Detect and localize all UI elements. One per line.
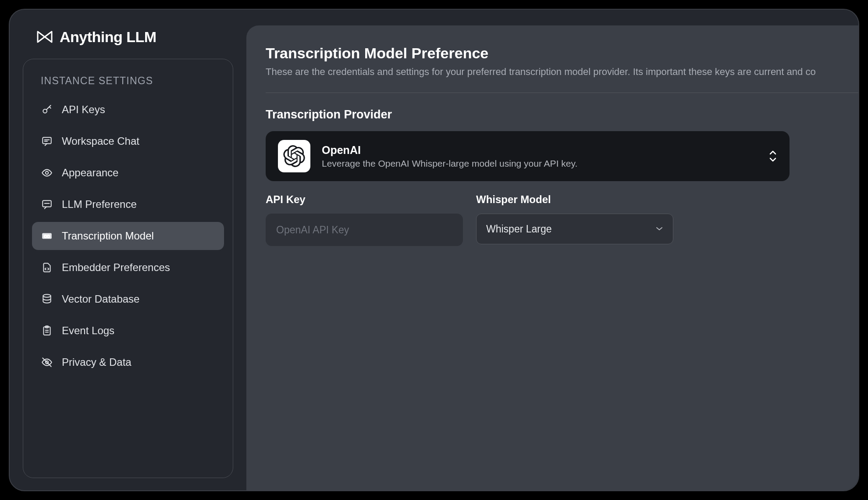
message-icon (41, 198, 53, 211)
chat-icon (41, 135, 53, 147)
chevron-down-icon (655, 225, 663, 233)
app-window: Anything LLM INSTANCE SETTINGS API Keys … (9, 9, 859, 491)
sidebar-item-label: Event Logs (62, 325, 114, 337)
svg-point-6 (43, 294, 50, 297)
sidebar-item-label: Transcription Model (62, 230, 154, 242)
provider-description: Leverage the OpenAI Whisper-large model … (322, 158, 757, 169)
database-icon (41, 293, 53, 305)
sidebar-item-label: Privacy & Data (62, 356, 132, 368)
api-key-input[interactable] (266, 214, 463, 246)
sidebar-item-label: Workspace Chat (62, 135, 139, 147)
sidebar-item-vector-database[interactable]: Vector Database (32, 285, 224, 313)
sidebar-item-llm-preference[interactable]: LLM Preference (32, 190, 224, 218)
main-content: Transcription Model Preference These are… (246, 25, 858, 490)
sidebar-item-workspace-chat[interactable]: Workspace Chat (32, 127, 224, 155)
sidebar-item-label: API Keys (62, 104, 105, 116)
sidebar-item-api-keys[interactable]: API Keys (32, 96, 224, 124)
brand-name: Anything LLM (60, 29, 157, 46)
file-code-icon (41, 261, 53, 274)
key-icon (41, 104, 53, 116)
provider-name: OpenAI (322, 144, 757, 157)
provider-selector[interactable]: OpenAI Leverage the OpenAI Whisper-large… (266, 131, 790, 181)
svg-rect-1 (43, 137, 51, 143)
brand-logo-icon (36, 28, 53, 46)
provider-text: OpenAI Leverage the OpenAI Whisper-large… (322, 144, 757, 169)
sidebar-item-embedder-preferences[interactable]: Embedder Preferences (32, 254, 224, 282)
sidebar-panel: INSTANCE SETTINGS API Keys Workspace Cha… (23, 59, 233, 478)
sidebar-item-label: Embedder Preferences (62, 261, 170, 274)
eye-icon (41, 167, 53, 179)
clipboard-icon (41, 325, 53, 337)
provider-section-title: Transcription Provider (266, 108, 858, 121)
sidebar: Anything LLM INSTANCE SETTINGS API Keys … (10, 10, 246, 490)
openai-logo-icon (278, 140, 310, 172)
whisper-model-field-group: Whisper Model Whisper Large (476, 193, 673, 246)
brand: Anything LLM (23, 22, 233, 59)
page-title: Transcription Model Preference (266, 45, 858, 62)
sidebar-section-header: INSTANCE SETTINGS (32, 71, 224, 96)
divider (266, 93, 858, 93)
cc-icon: CC (41, 230, 53, 242)
eye-off-icon (41, 356, 53, 368)
page-subtitle: These are the credentials and settings f… (266, 66, 858, 78)
sidebar-item-label: Appearance (62, 167, 118, 179)
sidebar-item-label: Vector Database (62, 293, 139, 305)
api-key-label: API Key (266, 193, 463, 206)
svg-point-2 (46, 171, 49, 175)
svg-text:CC: CC (44, 234, 50, 239)
sidebar-item-privacy-data[interactable]: Privacy & Data (32, 348, 224, 376)
chevron-up-down-icon (768, 150, 777, 162)
whisper-model-label: Whisper Model (476, 193, 673, 206)
sidebar-item-transcription-model[interactable]: CC Transcription Model (32, 222, 224, 250)
whisper-model-selected: Whisper Large (486, 223, 655, 235)
sidebar-item-label: LLM Preference (62, 198, 137, 211)
nav-list: API Keys Workspace Chat Appearance (32, 96, 224, 376)
form-row: API Key Whisper Model Whisper Large (266, 193, 858, 246)
api-key-field-group: API Key (266, 193, 463, 246)
sidebar-item-appearance[interactable]: Appearance (32, 159, 224, 187)
whisper-model-select[interactable]: Whisper Large (476, 214, 673, 244)
sidebar-item-event-logs[interactable]: Event Logs (32, 317, 224, 345)
